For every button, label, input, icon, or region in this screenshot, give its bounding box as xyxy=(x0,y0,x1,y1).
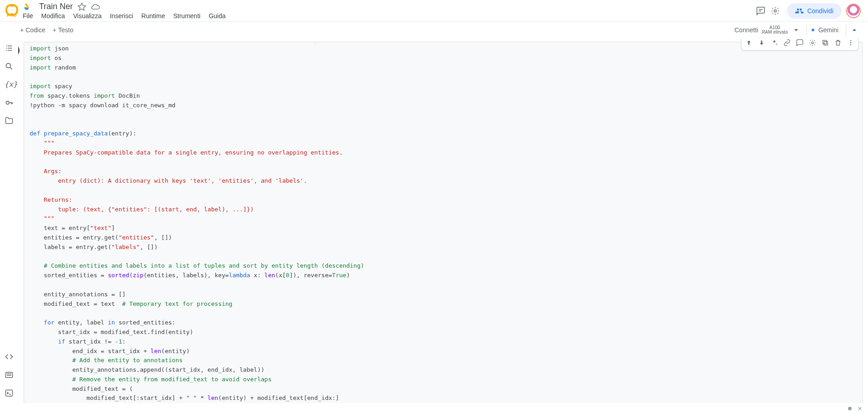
cell-mirror-button[interactable] xyxy=(819,38,832,49)
connect-button[interactable]: Connetti A100 RAM elevata xyxy=(734,25,800,35)
svg-point-2 xyxy=(6,101,9,105)
menu-runtime[interactable]: Runtime xyxy=(141,12,165,20)
menu-file[interactable]: File xyxy=(23,12,33,20)
settings-button[interactable] xyxy=(768,4,783,18)
cell-link-button[interactable] xyxy=(781,38,793,49)
menu-visualizza[interactable]: Visualizza xyxy=(73,12,102,20)
cell-toolbar xyxy=(741,38,858,50)
generate-with-ai-button[interactable] xyxy=(768,38,781,49)
colab-logo[interactable]: PRO xyxy=(5,4,18,18)
star-icon[interactable] xyxy=(77,2,86,11)
terminal-icon[interactable] xyxy=(5,389,14,398)
drive-icon xyxy=(23,3,31,10)
move-cell-up-button[interactable] xyxy=(743,38,755,49)
collapse-toolbar-button[interactable] xyxy=(846,24,863,36)
menu-modifica[interactable]: Modifica xyxy=(41,12,65,20)
share-label: Condividi xyxy=(807,7,833,15)
notebook-toolbar: +Codice +Testo Connetti A100 RAM elevata… xyxy=(0,22,868,38)
add-text-cell-button[interactable]: +Testo xyxy=(53,26,74,34)
runtime-type-indicator: A100 RAM elevata xyxy=(762,25,788,35)
svg-rect-6 xyxy=(823,40,827,44)
svg-point-1 xyxy=(6,63,10,68)
doc-title[interactable]: Train Ner xyxy=(39,2,73,11)
svg-rect-4 xyxy=(5,390,12,396)
svg-point-10 xyxy=(850,44,851,45)
cell-comment-button[interactable] xyxy=(793,38,806,49)
menu-bar: FileModificaVisualizzaInserisciRuntimeSt… xyxy=(23,12,226,20)
share-button[interactable]: Condividi xyxy=(787,3,842,19)
add-code-cell-button[interactable]: +Codice xyxy=(20,26,45,34)
cloud-saved-icon[interactable] xyxy=(91,2,100,11)
comments-button[interactable] xyxy=(753,4,768,18)
header-bar: PRO Train Ner FileModificaVisualizzaInse… xyxy=(0,0,868,22)
move-cell-down-button[interactable] xyxy=(755,38,768,49)
secrets-icon[interactable] xyxy=(5,98,14,107)
command-palette-icon[interactable] xyxy=(5,370,14,379)
kernel-status-dot xyxy=(848,407,852,410)
svg-rect-7 xyxy=(824,41,828,45)
svg-point-5 xyxy=(812,42,813,44)
svg-point-8 xyxy=(850,40,851,41)
code-cell[interactable]: import json import os import random impo… xyxy=(24,42,863,403)
svg-point-0 xyxy=(774,10,777,12)
gemini-button[interactable]: ✦ Gemini xyxy=(806,25,842,35)
code-editor[interactable]: import json import os import random impo… xyxy=(24,42,862,403)
toc-icon[interactable] xyxy=(5,44,14,53)
account-avatar[interactable] xyxy=(846,4,861,18)
files-icon[interactable] xyxy=(5,116,14,125)
menu-strumenti[interactable]: Strumenti xyxy=(173,12,201,20)
variables-icon[interactable]: {x} xyxy=(5,80,14,89)
close-panel-icon[interactable] xyxy=(857,406,863,411)
notebook-area[interactable]: import json import os import random impo… xyxy=(18,38,868,403)
cell-settings-button[interactable] xyxy=(806,38,819,49)
run-cell-button[interactable] xyxy=(18,44,20,57)
svg-point-9 xyxy=(850,42,851,43)
code-snippets-icon[interactable] xyxy=(5,352,14,361)
search-icon[interactable] xyxy=(5,62,14,71)
people-icon xyxy=(795,7,803,15)
menu-guida[interactable]: Guida xyxy=(209,12,226,20)
sparkle-icon: ✦ xyxy=(810,26,816,34)
delete-cell-button[interactable] xyxy=(832,38,844,49)
status-bar xyxy=(0,403,868,414)
connect-dropdown-icon[interactable] xyxy=(792,25,801,35)
svg-rect-3 xyxy=(5,372,12,378)
left-sidebar: {x} xyxy=(0,38,18,403)
menu-inserisci[interactable]: Inserisci xyxy=(110,12,133,20)
cell-more-button[interactable] xyxy=(844,38,857,49)
